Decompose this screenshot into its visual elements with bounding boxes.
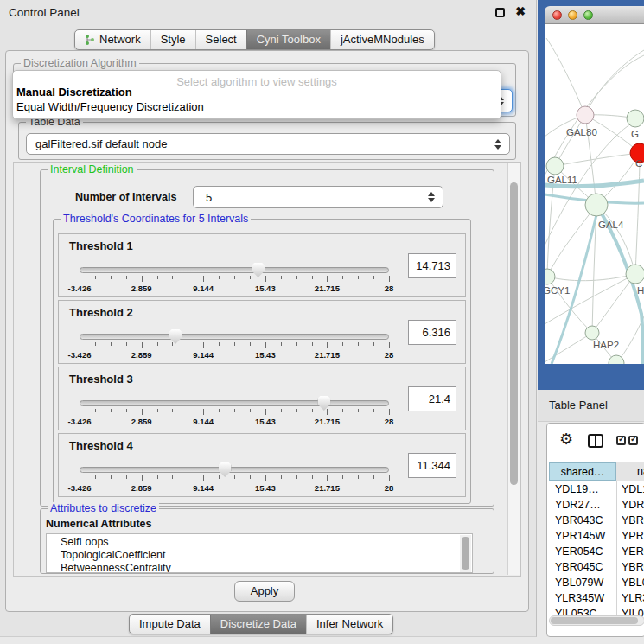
number-of-intervals-select[interactable]: 5 [193,186,443,208]
slider-track[interactable] [80,334,389,340]
gear-icon[interactable]: ⚙ [559,430,573,448]
slider-thumb[interactable] [252,263,265,277]
table-cell-shared-name[interactable]: YER054C [555,545,603,558]
tab-network[interactable]: Network [75,30,150,49]
dropdown-placeholder: Select algorithm to view settings [13,71,501,85]
table-row[interactable]: YPR145WYPR1 [549,529,644,545]
network-node-gal4[interactable] [585,194,608,216]
zoom-light-icon[interactable] [583,10,593,20]
threshold-value-field[interactable]: 11.344 [408,453,456,478]
slider-tick [126,276,127,279]
list-item[interactable]: SelfLoops [47,534,472,549]
slider-tick [142,342,143,348]
slider-tick [203,276,204,282]
table-data-select[interactable]: galFiltered.sif default node [26,133,510,155]
network-node-gal80[interactable] [577,106,594,124]
table-cell-name[interactable]: YER0 [622,545,644,558]
slider-tick [80,409,80,415]
table-cell-name[interactable]: YBR0 [622,561,644,573]
column-header-shared-name[interactable]: shared… [549,462,616,481]
threshold-value-field[interactable]: 6.316 [408,320,456,345]
network-canvas[interactable]: GAL80GCGAL11GAL4GCY1HHAP2 [545,24,644,364]
table-cell-shared-name[interactable]: YDL19… [555,483,599,495]
scrollbar-thumb[interactable] [462,537,469,570]
tab-select[interactable]: Select [195,30,246,49]
table-row[interactable]: YBR045CYBR0 [549,560,644,576]
close-light-icon[interactable] [552,10,562,20]
network-node-gcy1[interactable] [545,269,555,284]
threshold-label: Threshold 4 [69,439,133,452]
slider-tick [265,276,266,282]
apply-button[interactable]: Apply [234,581,295,602]
slider-thumb[interactable] [317,396,330,411]
slider-tick [373,276,374,279]
table-cell-name[interactable]: YDL1 [622,483,644,495]
scrollbar-thumb[interactable] [551,617,638,624]
table-cell-shared-name[interactable]: YPR145W [555,530,605,542]
list-item[interactable]: BetweennessCentrality [47,562,472,573]
checkbox-icon[interactable] [616,436,626,445]
table-cell-shared-name[interactable]: YBR043C [555,514,603,526]
network-node-h[interactable] [626,265,644,284]
table-cell-name[interactable]: YDR2 [622,499,644,511]
network-node-gal11[interactable] [546,157,564,175]
threshold-value-field[interactable]: 14.713 [408,253,456,278]
table-cell-shared-name[interactable]: YBL079W [555,577,603,589]
table-cell-shared-name[interactable]: YLR345W [555,592,604,604]
network-edge [555,153,640,166]
screen: Control Panel ✖ NetworkStyleSelectCyni T… [0,0,644,644]
slider-thumb[interactable] [169,329,182,344]
table-horizontal-scrollbar[interactable] [549,615,644,626]
slider-tick [373,342,374,346]
slider-tick [342,276,343,279]
tab-style[interactable]: Style [150,30,195,49]
tab-impute-data[interactable]: Impute Data [130,615,210,634]
table-cell-name[interactable]: YPR1 [622,530,644,542]
scrollbar-thumb[interactable] [510,182,518,485]
table-row[interactable]: YDL19…YDL1 [549,482,644,498]
slider-track[interactable] [80,467,389,473]
dropdown-option[interactable]: Equal Width/Frequency Discretization [13,99,501,114]
tab-jactivemnodules[interactable]: jActiveMNodules [330,30,434,49]
minimize-light-icon[interactable] [568,10,577,20]
slider-tick [389,409,390,415]
slider-tick-label: 15.43 [255,483,276,493]
node-label: G [631,129,639,139]
slider-tick [111,342,112,346]
slider-tick [203,409,204,415]
float-window-icon[interactable] [495,8,505,17]
network-view-window: GAL80GCGAL11GAL4GCY1HHAP2 [538,0,644,390]
slider-track[interactable] [80,267,389,273]
column-header-name[interactable]: na [616,462,644,481]
attribute-list-scrollbar[interactable] [460,535,471,573]
threshold-value-field[interactable]: 21.4 [408,386,456,411]
table-row[interactable]: YBR043CYBR0 [549,513,644,529]
network-node-g[interactable] [627,110,644,127]
slider-tick-label: 9.144 [193,284,214,293]
table-row[interactable]: YBL079WYBL0 [549,576,644,591]
list-item[interactable]: TopologicalCoefficient [47,549,472,562]
tab-discretize-data[interactable]: Discretize Data [210,615,306,634]
tab-cyni-toolbox[interactable]: Cyni Toolbox [246,30,330,49]
network-node-hap2[interactable] [585,326,599,340]
combo-arrows-icon [494,139,501,150]
table-row[interactable]: YLR345WYLR3 [549,591,644,607]
tab-infer-network[interactable]: Infer Network [306,615,392,634]
network-edge [545,274,635,324]
split-view-icon[interactable] [588,434,603,448]
threshold-slider: -3.4262.8599.14415.4321.71528 [80,462,389,496]
close-icon[interactable]: ✖ [515,4,526,18]
table-row[interactable]: YER054CYER0 [549,545,644,560]
table-cell-shared-name[interactable]: YDR27… [555,499,601,511]
slider-tick-label: 2.859 [131,284,152,293]
checkbox-icon[interactable] [628,436,638,445]
slider-track[interactable] [80,400,389,406]
table-cell-name[interactable]: YBL0 [622,577,644,589]
slider-thumb[interactable] [219,462,232,477]
table-cell-name[interactable]: YBR0 [622,514,644,526]
table-cell-shared-name[interactable]: YBR045C [555,561,603,573]
slider-tick [234,475,235,479]
table-row[interactable]: YDR27…YDR2 [549,498,644,513]
panel-vertical-scrollbar[interactable] [507,163,520,575]
table-cell-name[interactable]: YLR3 [622,592,644,604]
